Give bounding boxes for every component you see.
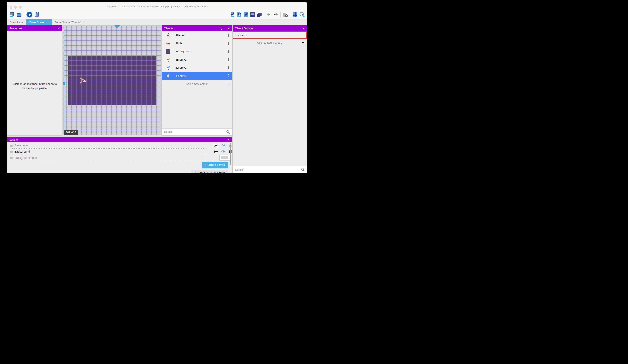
effects-icon[interactable]	[214, 143, 218, 147]
object-row-enemy1[interactable]: Enemy1 ⋮	[161, 56, 232, 64]
project-manager-icon[interactable]	[9, 12, 14, 17]
layer-underline	[12, 161, 206, 161]
properties-panel-title: Properties	[9, 27, 22, 30]
gdevelop-window: GDevelop 5 - /Users/dkarakay/Documents/G…	[7, 2, 307, 173]
layers-scrollbar[interactable]	[230, 143, 231, 165]
layer-row-background[interactable]: Background	[7, 149, 232, 155]
zoom-1-1-icon[interactable]: 1:1	[300, 12, 305, 17]
object-menu-icon[interactable]: ⋮	[227, 74, 230, 78]
properties-panel-icon[interactable]	[244, 12, 248, 17]
properties-empty-message: Click on an instance in the scene to dis…	[12, 82, 57, 91]
add-lighting-layer-button[interactable]: + ADD LIGHTING LAYER	[191, 170, 229, 173]
object-label: Bullet	[176, 42, 183, 45]
object-menu-icon[interactable]: ⋮	[227, 66, 230, 70]
plus-icon: +	[195, 171, 197, 173]
layer-name[interactable]: Background	[14, 150, 30, 153]
plus-icon: +	[205, 163, 207, 167]
add-layer-button[interactable]: + ADD A LAYER	[202, 162, 228, 168]
toolbar-divider	[290, 12, 291, 18]
mask-icon[interactable]	[283, 12, 288, 17]
background-color-swatch[interactable]	[220, 155, 230, 161]
filter-icon[interactable]	[220, 27, 223, 30]
vertical-scroll-strip[interactable]	[63, 25, 64, 135]
drag-handle-icon[interactable]	[10, 157, 13, 160]
close-tab-icon[interactable]: ✕	[83, 21, 85, 24]
object-row-enemy3-selected[interactable]: Enemy3 ⋮	[161, 72, 232, 80]
redo-icon[interactable]	[273, 12, 278, 17]
search-icon	[226, 130, 230, 134]
properties-panel: Properties ✕ Click on an instance in the…	[7, 25, 62, 135]
layers-panel: Layers ✕ Base layer	[7, 137, 232, 173]
object-menu-icon[interactable]: ⋮	[227, 58, 230, 61]
undo-icon[interactable]	[266, 12, 271, 17]
minimize-window-button[interactable]	[14, 6, 17, 8]
player-instance[interactable]	[78, 76, 87, 85]
eye-icon[interactable]	[221, 143, 226, 147]
drag-handle-icon[interactable]	[10, 145, 13, 147]
close-icon[interactable]: ✕	[227, 138, 230, 141]
tab-base-scene[interactable]: Base Scene ✕	[26, 19, 52, 25]
object-menu-icon[interactable]: ⋮	[227, 41, 230, 45]
preview-play-icon[interactable]	[26, 12, 32, 18]
object-row-background[interactable]: Background ⋮	[161, 47, 232, 56]
traffic-lights	[9, 6, 22, 8]
object-groups-panel-icon[interactable]	[237, 12, 241, 17]
plus-icon[interactable]: +	[227, 81, 230, 87]
scene-editor-canvas[interactable]: 389;633	[63, 25, 161, 135]
horizontal-scroll-handle[interactable]	[115, 25, 120, 28]
enemy2-ship-icon	[165, 65, 170, 70]
add-object-row[interactable]: Add a new object +	[161, 80, 232, 88]
instances-list-icon[interactable]	[250, 12, 255, 17]
close-icon[interactable]: ✕	[302, 27, 305, 30]
eye-icon[interactable]	[221, 150, 226, 153]
group-row-enemies-highlighted[interactable]: Enemies ⋮	[233, 31, 307, 39]
close-window-button[interactable]	[9, 6, 12, 8]
objects-panel: Objects ✕ Player ⋮	[161, 25, 232, 135]
window-title: GDevelop 5 - /Users/dkarakay/Documents/G…	[7, 5, 307, 10]
layer-name[interactable]: Base layer	[14, 144, 28, 147]
close-icon[interactable]: ✕	[58, 27, 60, 30]
scene-window-icon[interactable]	[16, 12, 22, 17]
effects-icon[interactable]	[214, 149, 218, 154]
add-group-row[interactable]: Click to add a group +	[233, 39, 307, 46]
add-object-label: Add a new object	[186, 82, 208, 85]
close-tab-icon[interactable]: ✕	[47, 21, 49, 24]
object-menu-icon[interactable]: ⋮	[227, 33, 230, 37]
layer-name[interactable]: Background color	[14, 156, 37, 160]
drag-handle-icon[interactable]	[10, 151, 13, 153]
layers-panel-icon[interactable]	[257, 12, 262, 17]
player-ship-icon	[165, 33, 170, 38]
object-label: Enemy1	[176, 58, 187, 61]
objects-panel-title: Objects	[164, 27, 173, 30]
objects-search-input[interactable]	[161, 130, 224, 133]
title-bar: GDevelop 5 - /Users/dkarakay/Documents/G…	[7, 2, 307, 10]
tab-start-page[interactable]: Start Page	[7, 19, 26, 25]
horizontal-scroll-strip[interactable]	[63, 25, 161, 26]
enemy3-ship-icon	[165, 73, 170, 78]
group-menu-icon[interactable]: ⋮	[301, 33, 304, 37]
layer-underline	[12, 155, 206, 155]
object-row-player[interactable]: Player ⋮	[161, 31, 232, 40]
object-menu-icon[interactable]: ⋮	[227, 50, 230, 54]
layer-row-background-color[interactable]: Background color	[7, 155, 232, 161]
object-row-bullet[interactable]: Bullet ⋮	[161, 39, 232, 48]
layer-row-base[interactable]: Base layer	[7, 143, 232, 149]
cursor-coordinates-badge: 389;633	[64, 130, 78, 135]
tab-bar: Start Page Base Scene ✕ Base Scene (Even…	[7, 19, 307, 25]
add-layer-label: ADD A LAYER	[208, 164, 225, 166]
toolbar: 1:1	[7, 10, 307, 19]
object-row-enemy2[interactable]: Enemy2 ⋮	[161, 64, 232, 72]
vertical-scroll-handle[interactable]	[63, 82, 65, 85]
plus-icon[interactable]: +	[302, 40, 304, 45]
tab-base-scene-events[interactable]: Base Scene (Events) ✕	[52, 19, 89, 25]
close-icon[interactable]: ✕	[227, 27, 230, 30]
groups-search-input[interactable]	[233, 168, 298, 171]
object-groups-panel-title: Object Groups	[235, 27, 253, 30]
zoom-window-button[interactable]	[19, 6, 22, 8]
objects-search-bar	[161, 128, 232, 135]
bullet-icon	[165, 41, 170, 46]
debug-icon[interactable]	[35, 12, 40, 17]
objects-panel-icon[interactable]	[230, 12, 235, 17]
grid-icon[interactable]	[293, 12, 297, 17]
add-lighting-layer-label: ADD LIGHTING LAYER	[198, 172, 225, 173]
